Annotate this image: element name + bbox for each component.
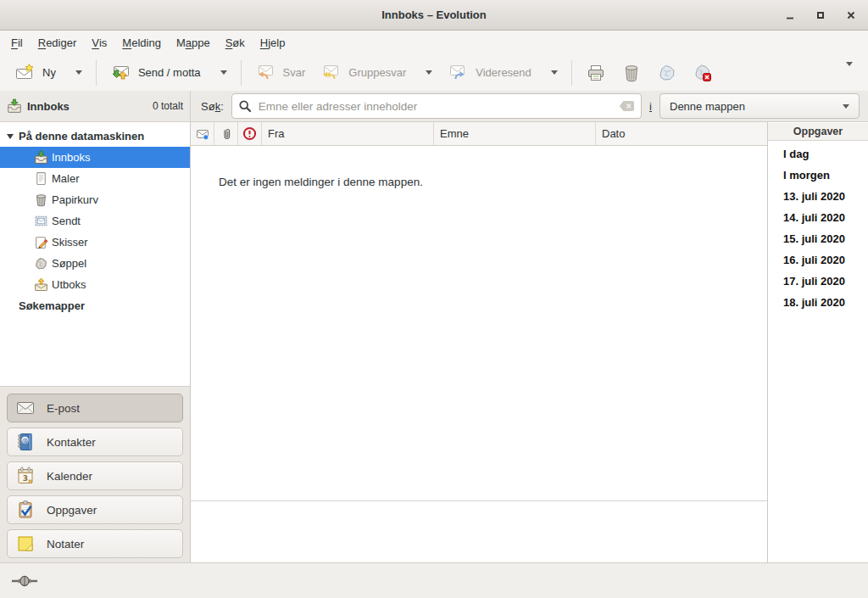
task-group-date[interactable]: 14. juli 2020 (768, 207, 868, 228)
send-receive-icon (110, 63, 131, 83)
calendar-icon: 3 (15, 466, 36, 486)
menu-sok[interactable]: Søk (218, 31, 253, 54)
folder-label: Sendt (52, 215, 81, 227)
task-group-date[interactable]: 13. juli 2020 (768, 186, 868, 207)
column-subject[interactable]: Emne (434, 122, 596, 145)
switcher-tasks-button[interactable]: Oppgaver (7, 495, 183, 524)
switcher-memos-button[interactable]: Notater (7, 529, 183, 558)
folder-label: Maler (52, 172, 80, 185)
online-status-icon[interactable] (11, 574, 38, 588)
search-scope-value: Denne mappen (670, 100, 836, 113)
column-attachment[interactable] (214, 122, 238, 145)
message-list-pane: Fra Emne Dato Det er ingen meldinger i d… (191, 122, 767, 562)
group-reply-dropdown-arrow[interactable] (426, 70, 432, 75)
preview-pane-divider[interactable] (191, 500, 767, 501)
forward-dropdown-arrow[interactable] (551, 70, 558, 75)
folder-label: Søppel (52, 257, 86, 270)
junk-button[interactable] (649, 59, 685, 87)
folder-innboks[interactable]: Innboks (0, 147, 190, 168)
menu-hjelp[interactable]: Hjelp (253, 31, 293, 54)
task-group-tomorrow[interactable]: I morgen (768, 165, 868, 186)
mail-icon (15, 398, 36, 418)
toolbar-overflow-button[interactable] (837, 61, 861, 84)
switcher-calendar-label: Kalender (47, 470, 92, 483)
message-list-header: Fra Emne Dato (191, 122, 767, 146)
toolbar-overflow-arrow-icon (846, 62, 853, 79)
folder-label: Papirkurv (52, 193, 98, 206)
menubar: Fil Rediger Vis Melding Mappe Søk Hjelp (0, 31, 868, 54)
tree-root-search-folders[interactable]: Søkemapper (0, 295, 190, 316)
titlebar: Innboks – Evolution (0, 0, 868, 31)
view-switcher: E-post @ Kontakter (0, 386, 190, 562)
expander-icon[interactable] (7, 134, 14, 139)
task-group-date[interactable]: 15. juli 2020 (768, 228, 868, 249)
search-icon (238, 99, 252, 113)
print-button[interactable] (578, 59, 614, 87)
svg-text:3: 3 (23, 474, 28, 483)
task-group-today[interactable]: I dag (768, 143, 868, 165)
clear-search-icon[interactable] (619, 100, 635, 112)
reply-button[interactable]: Svar (248, 59, 314, 87)
folder-maler[interactable]: Maler (0, 168, 190, 189)
menu-vis[interactable]: Vis (84, 31, 114, 54)
switcher-mail-button[interactable]: E-post (7, 394, 183, 422)
group-reply-button[interactable]: Gruppesvar (313, 59, 440, 87)
empty-folder-message: Det er ingen meldinger i denne mappen. (191, 146, 767, 188)
tasks-pane: Oppgaver I dag I morgen 13. juli 2020 14… (767, 122, 868, 562)
toolbar-separator (571, 60, 572, 86)
new-message-dropdown-arrow[interactable] (75, 70, 82, 75)
current-folder-name: Innboks (27, 100, 70, 113)
menu-melding[interactable]: Melding (114, 31, 169, 54)
tree-root-label: På denne datamaskinen (19, 130, 144, 143)
new-message-button[interactable]: Ny (7, 59, 90, 87)
folder-label: Skisser (52, 236, 88, 249)
trash-icon (621, 63, 642, 83)
task-group-date[interactable]: 17. juli 2020 (768, 271, 868, 292)
tasks-pane-header[interactable]: Oppgaver (768, 123, 868, 141)
folder-soppel[interactable]: Søppel (0, 253, 190, 274)
toolbar-separator (96, 60, 97, 86)
menu-mappe[interactable]: Mappe (169, 31, 218, 54)
task-group-date[interactable]: 16. juli 2020 (768, 249, 868, 271)
minimize-button[interactable] (782, 7, 798, 24)
inbox-icon (7, 98, 22, 114)
junk-icon (34, 256, 48, 271)
menu-fil[interactable]: Fil (3, 31, 31, 54)
tasks-list: I dag I morgen 13. juli 2020 14. juli 20… (768, 141, 868, 313)
search-area: Søk: Emne eller adresser inneholder i De… (191, 91, 868, 121)
switcher-calendar-button[interactable]: 3 Kalender (7, 461, 183, 490)
folder-skisser[interactable]: Skisser (0, 232, 190, 253)
forward-button[interactable]: Videresend (440, 59, 565, 87)
mail-read-icon (196, 127, 209, 141)
switcher-contacts-label: Kontakter (47, 436, 96, 449)
not-junk-button[interactable] (685, 59, 721, 87)
send-receive-label: Send / motta (138, 66, 201, 79)
switcher-memos-label: Notater (47, 538, 84, 550)
send-receive-dropdown-arrow[interactable] (220, 70, 227, 75)
folder-label: Utboks (52, 278, 86, 291)
search-scope-combo[interactable]: Denne mappen (659, 93, 860, 119)
delete-button[interactable] (614, 59, 649, 87)
locationbar: Innboks 0 totalt Søk: Emne eller adresse… (0, 91, 868, 122)
column-read-status[interactable] (191, 122, 214, 145)
templates-icon (34, 171, 48, 186)
switcher-tasks-label: Oppgaver (47, 504, 97, 517)
search-folders-label: Søkemapper (19, 299, 85, 312)
task-group-date[interactable]: 18. juli 2020 (768, 292, 868, 313)
folder-sendt[interactable]: Sendt (0, 210, 190, 232)
tree-root-on-this-computer[interactable]: På denne datamaskinen (0, 126, 190, 147)
menu-rediger[interactable]: Rediger (31, 31, 85, 54)
folder-utboks[interactable]: Utboks (0, 274, 190, 295)
send-receive-button[interactable]: Send / motta (103, 59, 235, 87)
toolbar: Ny Send / motta Svar (0, 54, 868, 91)
column-from[interactable]: Fra (262, 122, 434, 145)
toolbar-separator (241, 60, 242, 86)
column-date[interactable]: Dato (596, 122, 767, 145)
close-button[interactable] (843, 7, 860, 24)
column-priority[interactable] (238, 122, 262, 145)
search-input[interactable]: Emne eller adresser inneholder (231, 93, 642, 119)
folder-papirkurv[interactable]: Papirkurv (0, 189, 190, 210)
maximize-button[interactable] (812, 7, 829, 24)
switcher-contacts-button[interactable]: @ Kontakter (7, 428, 183, 456)
sent-icon (34, 214, 48, 228)
